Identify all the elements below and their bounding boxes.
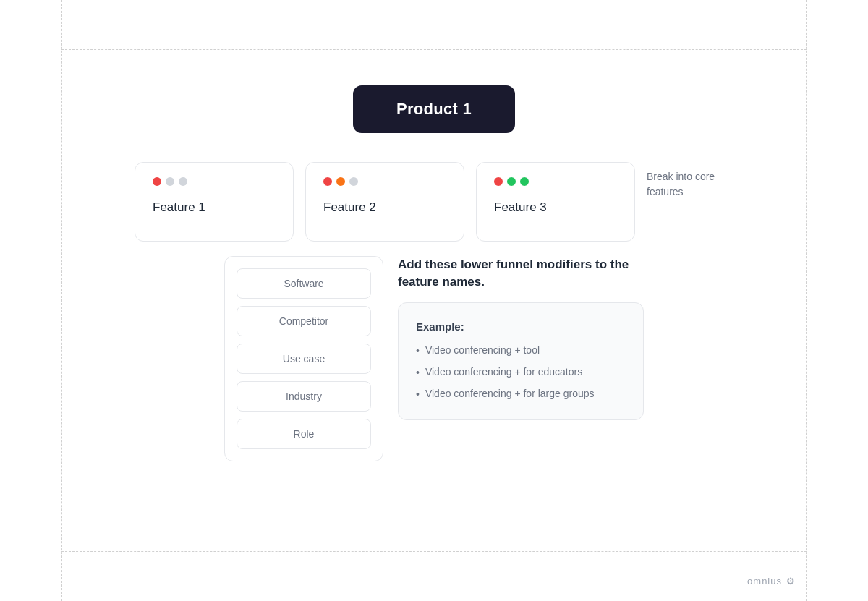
dot-gray-2 [349, 177, 358, 186]
modifiers-panel: Software Competitor Use case Industry Ro… [224, 256, 383, 461]
feature-title-2: Feature 2 [323, 200, 446, 215]
example-item-3: Video conferencing + for large groups [416, 386, 626, 402]
logo-text: omnius [747, 576, 782, 587]
dots-2 [323, 177, 446, 186]
modifier-competitor[interactable]: Competitor [237, 306, 371, 336]
features-row: Feature 1 Feature 2 Feature 3 Break into… [83, 162, 785, 242]
example-item-1: Video conferencing + tool [416, 343, 626, 359]
dot-gray-1a [166, 177, 174, 186]
bottom-section: Software Competitor Use case Industry Ro… [83, 256, 785, 461]
modifier-software[interactable]: Software [237, 268, 371, 299]
main-content: Product 1 Feature 1 Feature 2 [61, 49, 807, 552]
product-button[interactable]: Product 1 [353, 85, 515, 133]
dot-gray-1b [179, 177, 187, 186]
modifier-use-case[interactable]: Use case [237, 344, 371, 374]
modifier-role[interactable]: Role [237, 419, 371, 449]
dot-orange-2 [336, 177, 345, 186]
logo-icon: ⚙ [786, 576, 796, 587]
feature-card-3: Feature 3 [476, 162, 635, 242]
feature-card-2: Feature 2 [305, 162, 464, 242]
example-list: Video conferencing + tool Video conferen… [416, 343, 626, 402]
dot-green-3a [507, 177, 516, 186]
example-item-2: Video conferencing + for educators [416, 365, 626, 380]
dot-red-1 [153, 177, 161, 186]
break-text: Break into core features [647, 162, 733, 200]
dot-green-3b [520, 177, 529, 186]
info-title: Add these lower funnel modifiers to the … [398, 256, 644, 291]
feature-title-1: Feature 1 [153, 200, 276, 215]
example-label: Example: [416, 320, 626, 333]
modifier-industry[interactable]: Industry [237, 381, 371, 412]
dots-1 [153, 177, 276, 186]
dot-red-2 [323, 177, 332, 186]
example-card: Example: Video conferencing + tool Video… [398, 302, 644, 420]
logo: omnius ⚙ [747, 576, 796, 587]
dot-red-3 [494, 177, 503, 186]
feature-card-1: Feature 1 [135, 162, 294, 242]
feature-title-3: Feature 3 [494, 200, 617, 215]
dots-3 [494, 177, 617, 186]
info-panel: Add these lower funnel modifiers to the … [398, 256, 644, 420]
